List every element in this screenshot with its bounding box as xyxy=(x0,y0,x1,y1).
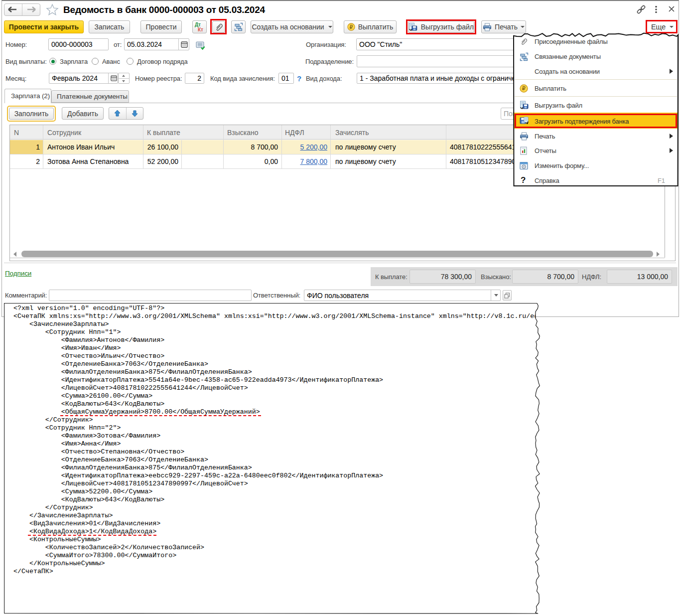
svg-text:₽: ₽ xyxy=(350,24,353,30)
